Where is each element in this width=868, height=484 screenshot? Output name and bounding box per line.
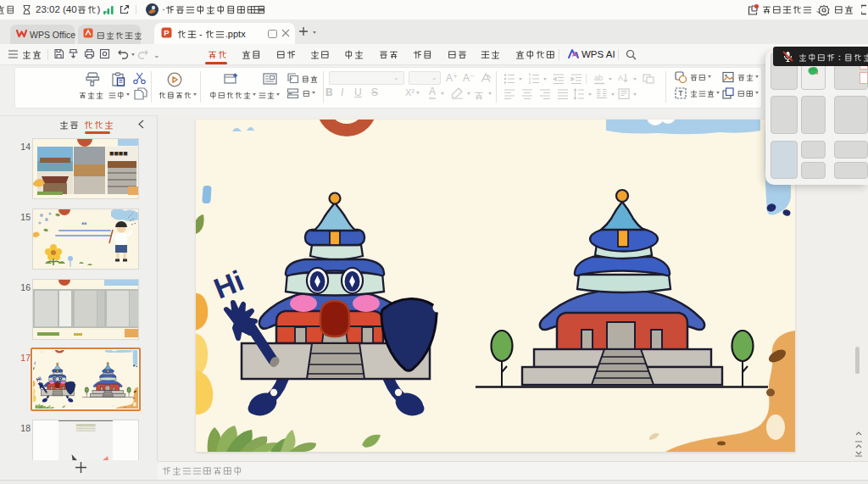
svg-text:■■: ■■ xyxy=(81,220,86,225)
svg-text:P: P xyxy=(164,28,170,37)
svg-text:A: A xyxy=(618,74,623,82)
svg-text:■■■■: ■■■■ xyxy=(109,149,128,158)
svg-text:▒▒▒▒: ▒▒▒▒ xyxy=(76,424,96,431)
svg-text:ab: ab xyxy=(594,74,603,82)
